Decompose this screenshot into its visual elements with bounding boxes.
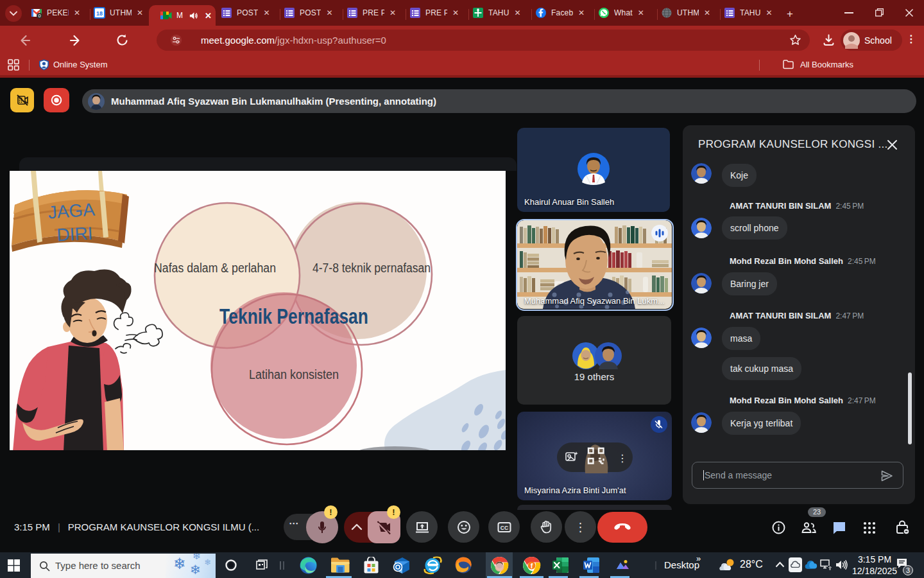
svg-text:JAGA: JAGA: [47, 199, 96, 222]
svg-text:Latihan konsisten: Latihan konsisten: [249, 367, 339, 381]
svg-text:Nafas dalam & perlahan: Nafas dalam & perlahan: [154, 261, 276, 275]
svg-text:4-7-8 teknik pernafasan: 4-7-8 teknik pernafasan: [312, 261, 431, 275]
svg-text:CC: CC: [500, 525, 508, 531]
svg-text:DIRI: DIRI: [56, 223, 94, 245]
svg-text:0: 0: [38, 13, 40, 19]
svg-text:f: f: [530, 561, 533, 569]
svg-text:Teknik Pernafasan: Teknik Pernafasan: [219, 304, 368, 328]
svg-text:18: 18: [96, 10, 103, 17]
